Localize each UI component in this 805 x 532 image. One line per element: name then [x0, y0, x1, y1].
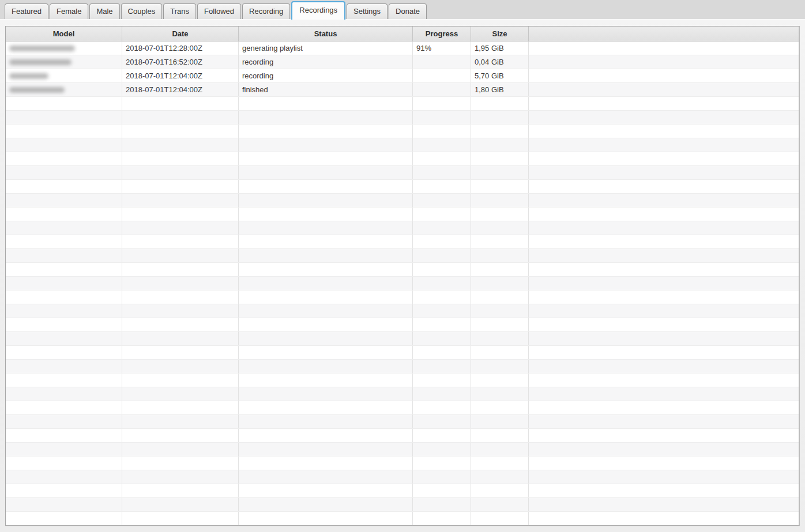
- tab-recordings[interactable]: Recordings: [291, 1, 345, 20]
- cell-size: [471, 263, 529, 276]
- cell-progress: [413, 443, 471, 456]
- tab-female[interactable]: Female: [50, 3, 88, 19]
- cell-status: [239, 221, 413, 235]
- tab-male[interactable]: Male: [89, 3, 119, 19]
- redacted-model-name: [9, 59, 72, 65]
- cell-progress: [413, 512, 471, 525]
- cell-date: [122, 138, 239, 152]
- cell-date: [122, 124, 239, 138]
- table-row-empty: [6, 429, 799, 443]
- tab-donate[interactable]: Donate: [389, 3, 427, 19]
- cell-size: [471, 512, 529, 525]
- cell-status: [239, 456, 413, 470]
- cell-status: [239, 138, 413, 152]
- tab-settings[interactable]: Settings: [347, 3, 388, 19]
- table-row-empty: [6, 346, 799, 360]
- cell-date: [122, 221, 239, 235]
- cell-size: [471, 401, 529, 414]
- column-header-date[interactable]: Date: [122, 27, 239, 41]
- cell-fill: [529, 235, 799, 248]
- cell-fill: [529, 221, 799, 235]
- redacted-model-name: [9, 87, 65, 93]
- table-row[interactable]: 2018-07-01T12:04:00Zrecording5,70 GiB: [6, 69, 799, 83]
- tab-followed[interactable]: Followed: [197, 3, 241, 19]
- cell-progress: [413, 470, 471, 484]
- cell-size: [471, 97, 529, 110]
- table-row-empty: [6, 401, 799, 415]
- column-header-progress[interactable]: Progress: [413, 27, 471, 41]
- cell-status: [239, 194, 413, 207]
- table-row-empty: [6, 207, 799, 221]
- table-row[interactable]: 2018-07-01T12:28:00Zgenerating playlist9…: [6, 41, 799, 55]
- tab-recording[interactable]: Recording: [242, 3, 290, 19]
- table-row-empty: [6, 498, 799, 512]
- cell-progress: [413, 277, 471, 290]
- table-row-empty: [6, 415, 799, 429]
- cell-date: [122, 304, 239, 318]
- cell-model: [6, 304, 122, 318]
- cell-status: [239, 290, 413, 304]
- cell-size: [471, 221, 529, 235]
- column-header-model[interactable]: Model: [6, 27, 122, 41]
- cell-status: [239, 152, 413, 165]
- cell-status: [239, 401, 413, 414]
- cell-status: [239, 124, 413, 138]
- column-header-filler[interactable]: [529, 27, 799, 41]
- cell-fill: [529, 152, 799, 165]
- redacted-model-name: [9, 73, 48, 79]
- cell-model: [6, 69, 122, 82]
- cell-size: 1,95 GiB: [471, 41, 529, 55]
- cell-progress: [413, 263, 471, 276]
- cell-date: [122, 512, 239, 525]
- cell-progress: [413, 194, 471, 207]
- table-row-empty: [6, 304, 799, 318]
- cell-model: [6, 207, 122, 221]
- cell-model: [6, 124, 122, 138]
- cell-status: [239, 512, 413, 525]
- cell-fill: [529, 277, 799, 290]
- tab-couples[interactable]: Couples: [121, 3, 163, 19]
- cell-fill: [529, 69, 799, 82]
- cell-size: [471, 470, 529, 484]
- table-row-empty: [6, 332, 799, 346]
- table-row-empty: [6, 194, 799, 207]
- cell-model: [6, 194, 122, 207]
- cell-date: [122, 166, 239, 179]
- cell-fill: [529, 360, 799, 373]
- cell-status: [239, 443, 413, 456]
- table-row-empty: [6, 180, 799, 194]
- tab-featured[interactable]: Featured: [5, 3, 48, 19]
- cell-size: [471, 360, 529, 373]
- cell-progress: [413, 138, 471, 152]
- cell-model: [6, 166, 122, 179]
- column-header-size[interactable]: Size: [471, 27, 529, 41]
- cell-size: [471, 484, 529, 497]
- column-header-status[interactable]: Status: [239, 27, 413, 41]
- cell-fill: [529, 83, 799, 96]
- cell-date: [122, 249, 239, 262]
- cell-status: [239, 263, 413, 276]
- cell-model: [6, 415, 122, 428]
- cell-model: [6, 263, 122, 276]
- tab-trans[interactable]: Trans: [163, 3, 196, 19]
- cell-fill: [529, 401, 799, 414]
- cell-status: [239, 249, 413, 262]
- cell-fill: [529, 97, 799, 110]
- cell-model: [6, 498, 122, 511]
- cell-progress: [413, 290, 471, 304]
- cell-status: [239, 332, 413, 345]
- cell-fill: [529, 512, 799, 525]
- cell-date: [122, 456, 239, 470]
- cell-model: [6, 470, 122, 484]
- cell-progress: [413, 97, 471, 110]
- cell-model: [6, 401, 122, 414]
- cell-date: [122, 387, 239, 401]
- cell-size: [471, 138, 529, 152]
- cell-status: [239, 207, 413, 221]
- cell-model: [6, 512, 122, 525]
- cell-date: 2018-07-01T12:04:00Z: [122, 83, 239, 96]
- table-row[interactable]: 2018-07-01T16:52:00Zrecording0,04 GiB: [6, 55, 799, 69]
- table-row[interactable]: 2018-07-01T12:04:00Zfinished1,80 GiB: [6, 83, 799, 97]
- cell-model: [6, 443, 122, 456]
- table-body: 2018-07-01T12:28:00Zgenerating playlist9…: [6, 41, 799, 526]
